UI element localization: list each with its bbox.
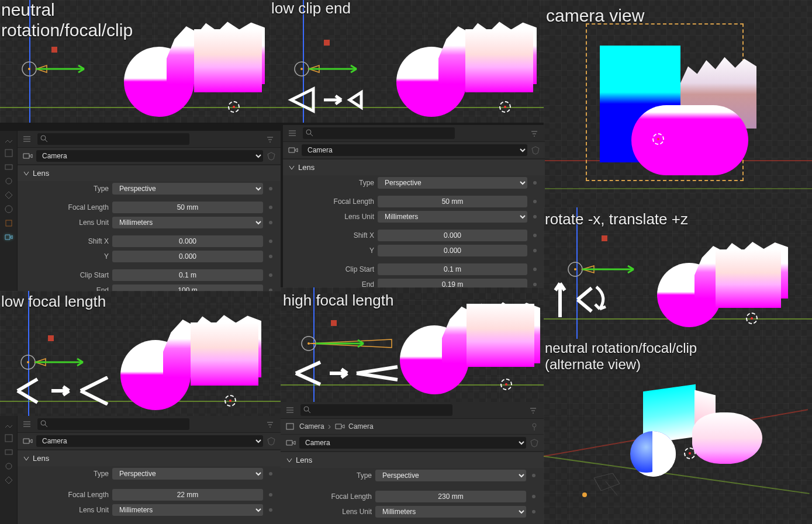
lens-section-header[interactable]: Lens (281, 452, 544, 468)
svg-point-3 (300, 68, 303, 70)
properties-panel-low-clip[interactable]: Camera Lens TypePerspective Focal Length… (283, 125, 545, 287)
field-focal-length[interactable] (112, 202, 263, 213)
filter-icon[interactable] (530, 129, 540, 137)
properties-tab-column[interactable] (0, 131, 18, 291)
lens-section-header[interactable]: Lens (18, 165, 281, 181)
viewport-low-focal[interactable]: low focal length (0, 291, 281, 416)
world-icon[interactable] (4, 204, 13, 214)
annotation-widen-fov (14, 376, 113, 405)
camera-icon (285, 439, 296, 447)
annotation-rotate-translate (550, 275, 614, 321)
properties-panel-low-focal[interactable]: Camera Lens TypePerspective Focal Length… (0, 416, 281, 524)
properties-panel-neutral[interactable]: Camera Lens TypePerspective Focal Length… (0, 131, 281, 291)
field-lens-unit[interactable]: Millimeters (112, 504, 263, 516)
section-label: Lens (296, 456, 312, 464)
pin-icon[interactable] (530, 422, 539, 431)
svg-point-9 (41, 136, 46, 140)
field-focal-length[interactable] (378, 196, 527, 207)
tool-icon[interactable] (4, 419, 13, 429)
scene-icon[interactable] (4, 476, 13, 485)
datablock-select[interactable]: Camera (36, 150, 263, 162)
field-lens-unit[interactable]: Millimeters (112, 217, 263, 228)
annotation-narrow-fov (292, 359, 403, 388)
viewport-low-clip[interactable]: low clip end (270, 0, 544, 123)
render-icon[interactable] (4, 148, 13, 158)
breadcrumb-data[interactable]: Camera (348, 422, 374, 431)
camera-icon (295, 61, 359, 77)
search-input[interactable] (303, 127, 455, 139)
filter-icon[interactable] (265, 420, 276, 428)
caption-high-focal: high focal length (283, 292, 393, 310)
field-clip-start[interactable] (112, 269, 263, 281)
breadcrumb-object[interactable]: Camera (299, 422, 324, 431)
render-icon[interactable] (4, 433, 13, 443)
search-input[interactable] (300, 404, 452, 416)
caption-rotate-translate: rotate -x, translate +z (545, 211, 688, 228)
field-type[interactable]: Perspective (112, 468, 263, 480)
section-label: Lens (33, 454, 49, 463)
svg-rect-22 (286, 424, 293, 429)
scene-icon[interactable] (4, 190, 13, 200)
viewport-high-focal[interactable]: high focal length (281, 287, 544, 403)
filter-icon[interactable] (265, 135, 276, 143)
field-shift-x[interactable] (112, 235, 263, 247)
options-icon[interactable] (288, 129, 298, 137)
datablock-select[interactable]: Camera (299, 437, 526, 449)
datablock-select[interactable]: Camera (36, 435, 263, 447)
tool-icon[interactable] (4, 134, 13, 144)
search-icon (40, 420, 49, 428)
lens-section-header[interactable]: Lens (18, 450, 281, 466)
lens-section-header[interactable]: Lens (283, 159, 545, 175)
camera-icon (334, 422, 345, 431)
viewport-camera-view[interactable]: camera view (544, 0, 812, 207)
fake-user-icon[interactable] (267, 151, 276, 161)
svg-point-21 (304, 407, 309, 411)
svg-rect-17 (5, 435, 12, 442)
viewlayer-icon[interactable] (4, 176, 13, 186)
svg-point-10 (306, 130, 311, 134)
datablock-select[interactable]: Camera (302, 144, 527, 156)
options-icon[interactable] (285, 406, 296, 414)
disclosure-down-icon (289, 165, 295, 171)
field-shift-x[interactable] (378, 230, 527, 241)
field-shift-y[interactable] (112, 251, 263, 262)
fake-user-icon[interactable] (530, 438, 539, 447)
search-icon (303, 406, 312, 414)
search-input[interactable] (37, 133, 189, 145)
options-icon[interactable] (22, 420, 33, 428)
camera-data-icon[interactable] (4, 232, 13, 242)
field-clip-start[interactable] (378, 263, 527, 275)
filter-icon[interactable] (528, 406, 539, 414)
search-icon (40, 135, 49, 143)
object-icon (285, 422, 296, 431)
output-icon[interactable] (4, 162, 13, 172)
field-lens-unit[interactable]: Millimeters (375, 506, 526, 518)
object-icon[interactable] (4, 218, 13, 228)
field-shift-y[interactable] (378, 245, 527, 256)
properties-panel-high-focal[interactable]: Camera › Camera Camera Lens TypePerspect… (281, 402, 544, 524)
disclosure-down-icon (23, 171, 29, 176)
caption-low-clip: low clip end (271, 0, 351, 18)
svg-rect-5 (5, 165, 12, 169)
field-type[interactable]: Perspective (378, 177, 527, 189)
label-clip-start: Clip Start (23, 271, 109, 279)
field-type[interactable]: Perspective (112, 183, 263, 195)
viewport-alt-view[interactable]: neutral rotation/focal/clip (alternate v… (544, 339, 812, 524)
viewport-neutral[interactable]: neutral rotation/focal/clip (0, 0, 270, 123)
fake-user-icon[interactable] (267, 436, 276, 446)
viewlayer-icon[interactable] (4, 461, 13, 471)
camera-icon (21, 354, 85, 370)
search-input[interactable] (37, 418, 189, 430)
options-icon[interactable] (22, 135, 33, 143)
fake-user-icon[interactable] (531, 145, 540, 155)
viewport-rotate-translate[interactable]: rotate -x, translate +z (544, 207, 812, 339)
field-lens-unit[interactable]: Millimeters (378, 211, 527, 223)
breadcrumb-bar: Camera › Camera (281, 419, 544, 435)
field-focal-length[interactable] (112, 489, 263, 501)
svg-point-12 (27, 361, 29, 363)
field-focal-length[interactable] (375, 491, 526, 502)
properties-tab-column[interactable] (0, 416, 18, 524)
camera-wire-icon (589, 472, 624, 501)
field-type[interactable]: Perspective (375, 470, 526, 481)
output-icon[interactable] (4, 447, 13, 457)
